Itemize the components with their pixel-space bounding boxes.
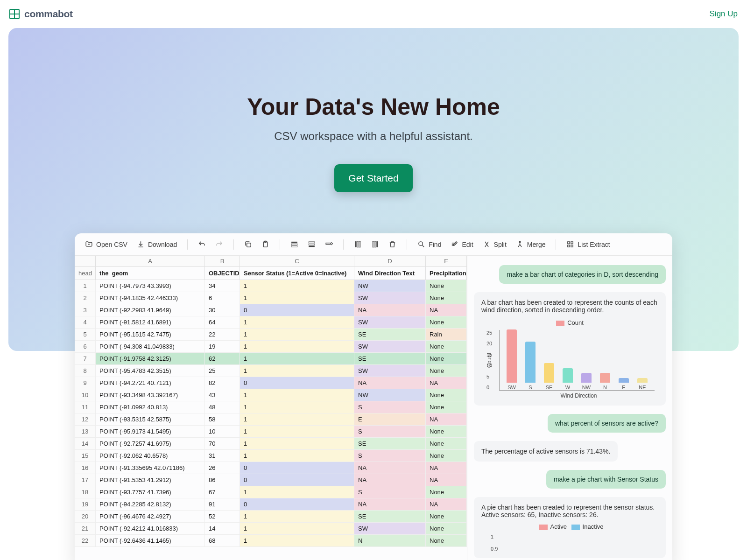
header-direction[interactable]: Wind Direction Text (354, 267, 426, 280)
table-row[interactable]: 5POINT (-95.1515 42.7475)221SERain (75, 329, 467, 341)
row-number[interactable]: 1 (75, 280, 96, 292)
bar: S (521, 342, 540, 351)
header-geom[interactable]: the_geom (96, 267, 205, 280)
insert-row-above-button[interactable] (287, 238, 302, 251)
signup-link[interactable]: Sign Up (710, 9, 738, 19)
y-ticks: 2520151050 (486, 330, 492, 351)
spreadsheet[interactable]: A B C D E head the_geom OBJECTID Sensor … (75, 256, 467, 351)
redo-button[interactable] (211, 238, 227, 251)
cell-dir[interactable]: NW (354, 280, 426, 292)
cell-dir[interactable]: SW (354, 341, 426, 351)
header-status[interactable]: Sensor Status (1=Active 0=Inactive) (240, 267, 354, 280)
download-button[interactable]: Download (133, 238, 181, 251)
cell-status[interactable]: 1 (240, 292, 354, 304)
demo-panel: Open CSV Download Find Edit Split (75, 233, 672, 351)
table-row[interactable]: 6POINT (-94.308 41.049833)191SWNone (75, 341, 467, 351)
row-above-icon (290, 240, 298, 248)
cell-geom[interactable]: POINT (-94.308 41.049833) (96, 341, 205, 351)
cell-precip[interactable]: None (426, 316, 467, 328)
cell-geom[interactable]: POINT (-94.7973 43.3993) (96, 280, 205, 292)
insert-col-left-button[interactable] (350, 238, 366, 251)
cell-status[interactable]: 1 (240, 280, 354, 292)
logo[interactable]: commabot (9, 8, 73, 20)
split-button[interactable]: Split (479, 238, 510, 251)
svg-rect-13 (373, 241, 374, 247)
cell-status[interactable]: 1 (240, 316, 354, 328)
cell-dir[interactable]: SW (354, 292, 426, 304)
cell-status[interactable]: 1 (240, 329, 354, 340)
cell-id[interactable]: 64 (205, 316, 240, 328)
cell-precip[interactable]: Rain (426, 329, 467, 340)
row-number[interactable]: 4 (75, 316, 96, 328)
cell-precip[interactable]: NA (426, 304, 467, 316)
row-number[interactable]: 6 (75, 341, 96, 351)
open-csv-label: Open CSV (96, 241, 127, 248)
row-number[interactable]: 5 (75, 329, 96, 340)
col-b[interactable]: B (205, 256, 240, 266)
separator (233, 239, 234, 250)
svg-rect-6 (309, 242, 315, 243)
cell-id[interactable]: 30 (205, 304, 240, 316)
svg-rect-15 (377, 241, 378, 247)
edit-button[interactable]: Edit (447, 238, 477, 251)
undo-button[interactable] (194, 238, 210, 251)
cell-dir[interactable]: SE (354, 329, 426, 340)
cell-id[interactable]: 22 (205, 329, 240, 340)
paste-button[interactable] (258, 238, 273, 251)
table-row[interactable]: 1POINT (-94.7973 43.3993)341NWNone (75, 280, 467, 292)
search-icon (417, 240, 425, 248)
sheet-body: 1POINT (-94.7973 43.3993)341NWNone2POINT… (75, 280, 467, 351)
delete-row-button[interactable] (321, 238, 337, 251)
header-objectid[interactable]: OBJECTID (205, 267, 240, 280)
edit-icon (451, 240, 458, 248)
separator (280, 239, 280, 250)
header-precip[interactable]: Precipitation (426, 267, 467, 280)
cell-precip[interactable]: None (426, 280, 467, 292)
bar-chart: Count Count 2520151050 SWSSEWNWNENE Wind… (481, 319, 658, 351)
col-d[interactable]: D (354, 256, 426, 266)
cell-precip[interactable]: None (426, 341, 467, 351)
separator (556, 239, 556, 250)
table-row[interactable]: 3POINT (-92.2983 41.9649)300NANA (75, 304, 467, 316)
toolbar: Open CSV Download Find Edit Split (75, 233, 672, 256)
cell-id[interactable]: 34 (205, 280, 240, 292)
extract-label: List Extract (578, 241, 610, 248)
cell-geom[interactable]: POINT (-91.5812 41.6891) (96, 316, 205, 328)
bar: SW (502, 329, 521, 351)
cell-precip[interactable]: None (426, 292, 467, 304)
cell-status[interactable]: 1 (240, 341, 354, 351)
cell-dir[interactable]: NA (354, 304, 426, 316)
open-csv-button[interactable]: Open CSV (81, 238, 131, 251)
row-below-icon (308, 240, 316, 248)
cell-geom[interactable]: POINT (-92.2983 41.9649) (96, 304, 205, 316)
get-started-button[interactable]: Get Started (334, 164, 412, 192)
col-c[interactable]: C (240, 256, 354, 266)
delete-col-button[interactable] (385, 238, 400, 251)
cell-id[interactable]: 19 (205, 341, 240, 351)
col-a[interactable]: A (96, 256, 205, 266)
redo-icon (215, 240, 223, 248)
list-extract-button[interactable]: List Extract (563, 238, 613, 251)
column-letters: A B C D E (75, 256, 467, 267)
col-e[interactable]: E (426, 256, 467, 266)
user-message: make a bar chart of categories in D, sor… (499, 265, 666, 284)
cell-status[interactable]: 0 (240, 304, 354, 316)
hero-title: Your Data's New Home (8, 93, 739, 120)
insert-row-below-button[interactable] (304, 238, 319, 251)
table-row[interactable]: 4POINT (-91.5812 41.6891)641SWNone (75, 316, 467, 329)
copy-button[interactable] (240, 238, 256, 251)
cell-dir[interactable]: SW (354, 316, 426, 328)
cell-geom[interactable]: POINT (-94.1835 42.446333) (96, 292, 205, 304)
cell-id[interactable]: 6 (205, 292, 240, 304)
insert-col-right-button[interactable] (367, 238, 383, 251)
cell-geom[interactable]: POINT (-95.1515 42.7475) (96, 329, 205, 340)
row-delete-icon (325, 240, 333, 248)
find-button[interactable]: Find (414, 238, 445, 251)
workspace: A B C D E head the_geom OBJECTID Sensor … (75, 256, 672, 351)
table-row[interactable]: 2POINT (-94.1835 42.446333)61SWNone (75, 292, 467, 304)
row-number[interactable]: 3 (75, 304, 96, 316)
svg-rect-3 (291, 242, 297, 243)
chart-legend: Count (481, 319, 658, 326)
row-number[interactable]: 2 (75, 292, 96, 304)
merge-button[interactable]: Merge (512, 238, 550, 251)
